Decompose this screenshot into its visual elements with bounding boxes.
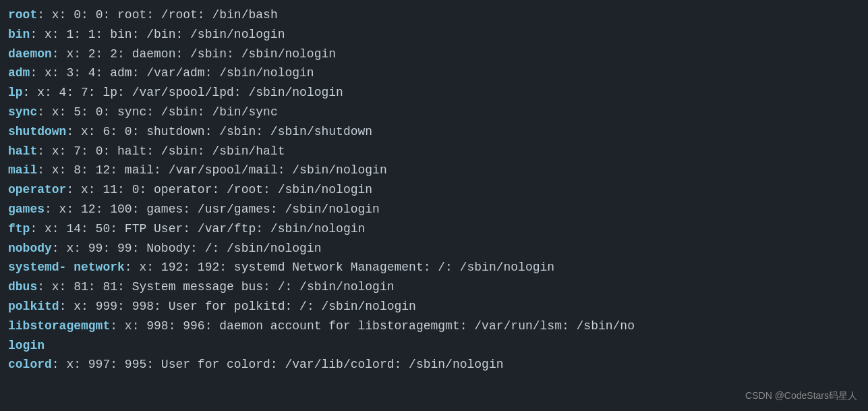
line-2: bin: x: 1: 1: bin: /bin: /sbin/nologin <box>8 25 860 45</box>
username-lp: lp <box>8 86 23 99</box>
username-adm: adm <box>8 66 30 80</box>
terminal-output: root: x: 0: 0: root: /root: /bin/bash bi… <box>8 5 860 375</box>
line-16: polkitd: x: 999: 998: User for polkitd: … <box>8 297 860 317</box>
username-libstoragemgmt: libstoragemgmt <box>8 319 110 333</box>
username-login: login <box>8 339 45 352</box>
username-sync: sync <box>8 105 37 119</box>
username-daemon: daemon <box>8 47 52 61</box>
line-18: login <box>8 336 860 356</box>
username-bin: bin <box>8 28 30 41</box>
username-shutdown: shutdown <box>8 125 66 138</box>
line-3: daemon: x: 2: 2: daemon: /sbin: /sbin/no… <box>8 45 860 64</box>
line-12: ftp: x: 14: 50: FTP User: /var/ftp: /sbi… <box>8 219 860 239</box>
username-root: root <box>8 8 37 22</box>
username-polkitd: polkitd <box>8 300 59 313</box>
username-ftp: ftp <box>8 222 30 236</box>
username-games: games <box>8 202 45 216</box>
username-mail: mail <box>8 163 37 177</box>
username-halt: halt <box>8 144 37 158</box>
line-9: mail: x: 8: 12: mail: /var/spool/mail: /… <box>8 161 860 180</box>
line-10: operator: x: 11: 0: operator: /root: /sb… <box>8 180 860 200</box>
line-8: halt: x: 7: 0: halt: /sbin: /sbin/halt <box>8 142 860 161</box>
line-7: shutdown: x: 6: 0: shutdown: /sbin: /sbi… <box>8 122 860 142</box>
watermark: CSDN @CodeStars码星人 <box>745 388 857 403</box>
line-1: root: x: 0: 0: root: /root: /bin/bash <box>8 5 860 25</box>
line-19: colord: x: 997: 995: User for colord: /v… <box>8 355 860 375</box>
line-14: systemd- network: x: 192: 192: systemd N… <box>8 258 860 277</box>
line-17: libstoragemgmt: x: 998: 996: daemon acco… <box>8 317 860 336</box>
username-operator: operator <box>8 183 66 196</box>
username-colord: colord <box>8 358 52 371</box>
line-13: nobody: x: 99: 99: Nobody: /: /sbin/nolo… <box>8 239 860 258</box>
line-5: lp: x: 4: 7: lp: /var/spool/lpd: /sbin/n… <box>8 83 860 103</box>
line-11: games: x: 12: 100: games: /usr/games: /s… <box>8 200 860 219</box>
line-4: adm: x: 3: 4: adm: /var/adm: /sbin/nolog… <box>8 63 860 83</box>
line-15: dbus: x: 81: 81: System message bus: /: … <box>8 277 860 297</box>
line-6: sync: x: 5: 0: sync: /sbin: /bin/sync <box>8 103 860 122</box>
username-dbus: dbus <box>8 280 37 294</box>
username-systemd-network: systemd- network <box>8 261 125 274</box>
username-nobody: nobody <box>8 242 52 255</box>
